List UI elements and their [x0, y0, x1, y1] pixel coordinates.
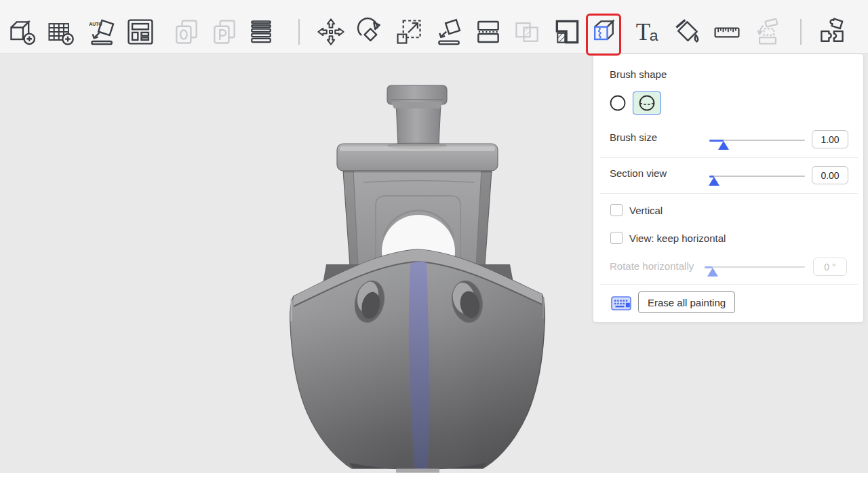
seam-painting-icon — [589, 17, 618, 47]
color-painting-button[interactable] — [672, 17, 702, 47]
erase-all-painting-button[interactable]: Erase all painting — [638, 291, 735, 313]
divider — [600, 193, 858, 194]
toolbar-separator — [800, 19, 802, 45]
rotate-horizontally-slider-thumb — [707, 268, 718, 277]
support-painting-button — [753, 17, 783, 47]
add-object-icon — [7, 17, 37, 47]
rotate-horizontally-label: Rotate horizontally — [610, 260, 694, 272]
brush-size-value[interactable]: 1.00 — [812, 130, 848, 148]
circle-brush-icon — [609, 94, 627, 112]
measure-icon — [712, 17, 742, 47]
scale-button[interactable] — [394, 17, 424, 47]
seam-painting-panel: Brush shape Brush size 1.00 Section view… — [593, 54, 864, 323]
section-view-slider[interactable] — [709, 170, 805, 184]
split-to-objects-icon — [172, 17, 201, 47]
fuzzy-skin-painting-icon — [552, 17, 582, 47]
view-keep-horizontal-checkbox[interactable]: View: keep horizontal — [610, 232, 726, 244]
brush-shape-title: Brush shape — [610, 68, 667, 80]
measure-button[interactable] — [712, 17, 742, 47]
text-shape-icon — [633, 17, 663, 47]
move-icon — [316, 17, 346, 47]
move-button[interactable] — [316, 17, 346, 47]
cut-icon — [473, 17, 503, 47]
brush-size-slider[interactable] — [709, 134, 805, 148]
cut-button[interactable] — [473, 17, 503, 47]
divider — [600, 157, 858, 158]
arrange-icon — [125, 17, 155, 47]
view-keep-horizontal-checkbox-label: View: keep horizontal — [629, 232, 726, 244]
rotate-button[interactable] — [355, 17, 385, 47]
view-keep-horizontal-checkbox-box[interactable] — [610, 232, 623, 244]
divider — [600, 284, 858, 285]
support-painting-icon — [753, 17, 783, 47]
auto-orient-icon — [87, 17, 117, 47]
mesh-boolean-icon — [512, 17, 542, 47]
top-toolbar — [0, 0, 868, 54]
add-plate-button[interactable] — [45, 17, 75, 47]
arrange-button[interactable] — [125, 17, 155, 47]
rotate-horizontally-slider — [705, 261, 805, 274]
toolbar-separator — [298, 19, 300, 45]
text-shape-button[interactable] — [633, 17, 663, 47]
section-view-value[interactable]: 0.00 — [812, 166, 848, 184]
add-plate-icon — [45, 17, 75, 47]
split-to-parts-button — [210, 17, 239, 47]
assembly-view-icon — [817, 17, 847, 47]
mesh-boolean-button — [512, 17, 542, 47]
variable-layer-height-icon — [246, 17, 276, 47]
assembly-view-button[interactable] — [817, 17, 847, 47]
vertical-checkbox-box[interactable] — [610, 204, 623, 216]
vertical-checkbox[interactable]: Vertical — [610, 204, 663, 216]
scale-icon — [394, 17, 424, 47]
brush-shape-sphere-option[interactable] — [633, 92, 661, 115]
rotate-horizontally-value: 0 ° — [813, 258, 847, 276]
brush-size-label: Brush size — [610, 131, 657, 143]
vertical-checkbox-label: Vertical — [629, 205, 663, 216]
seam-painting-button[interactable] — [589, 17, 618, 47]
split-to-objects-button — [172, 17, 201, 47]
section-view-label: Section view — [610, 167, 667, 179]
brush-size-slider-thumb[interactable] — [718, 141, 729, 150]
rotate-icon — [355, 17, 385, 47]
place-on-face-icon — [434, 17, 464, 47]
section-view-slider-thumb[interactable] — [709, 177, 719, 186]
color-painting-icon — [672, 17, 702, 47]
place-on-face-button[interactable] — [434, 17, 464, 47]
keyboard-shortcuts-icon[interactable] — [611, 296, 631, 310]
fuzzy-skin-painting-button[interactable] — [552, 17, 582, 47]
add-object-button[interactable] — [7, 17, 37, 47]
brush-shape-circle-option[interactable] — [606, 92, 629, 115]
split-to-parts-icon — [210, 17, 239, 47]
variable-layer-height-button[interactable] — [246, 17, 276, 47]
auto-orient-button[interactable] — [87, 17, 117, 47]
sphere-brush-icon — [638, 94, 656, 112]
